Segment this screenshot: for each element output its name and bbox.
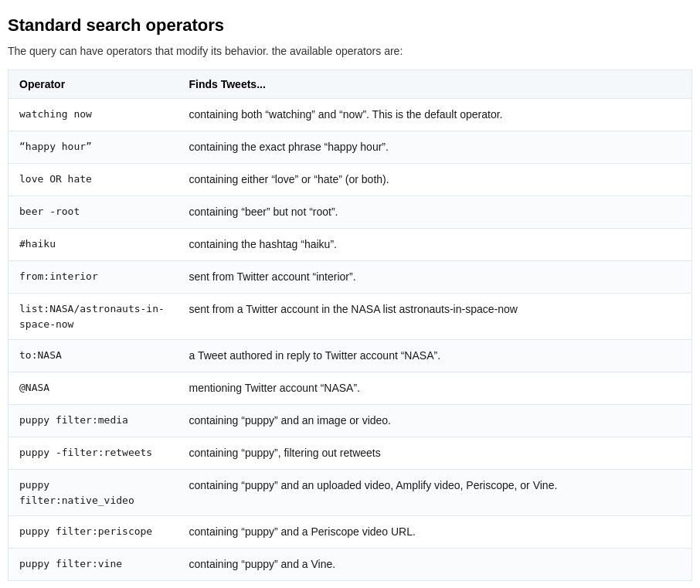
table-row: beer -rootcontaining “beer” but not “roo… [8,196,692,229]
operator-cell: “happy hour” [8,131,178,164]
operator-cell: to:NASA [8,340,178,372]
operator-cell: @NASA [8,372,178,405]
description-cell: containing “puppy”, filtering out retwee… [178,437,692,470]
operator-cell: #haiku [8,229,178,261]
description-cell: containing either “love” or “hate” (or b… [178,164,692,196]
description-cell: sent from Twitter account “interior”. [178,261,692,294]
operator-cell: from:interior [8,261,178,294]
operator-cell: puppy filter:vine [8,549,178,581]
description-cell: containing both “watching” and “now”. Th… [178,99,692,131]
description-cell: sent from a Twitter account in the NASA … [178,294,692,340]
description-cell: containing “puppy” and a Periscope video… [178,516,692,549]
table-row: puppy filter:periscopecontaining “puppy”… [8,516,692,549]
operator-cell: puppy filter:media [8,405,178,437]
operator-cell: love OR hate [8,164,178,196]
description-cell: containing “puppy” and an uploaded video… [178,470,692,516]
column-header-operator: Operator [8,70,178,99]
table-row: @NASAmentioning Twitter account “NASA”. [8,372,692,405]
table-row: from:interiorsent from Twitter account “… [8,261,692,294]
table-row: “happy hour”containing the exact phrase … [8,131,692,164]
table-row: puppy filter:mediacontaining “puppy” and… [8,405,692,437]
operator-cell: list:NASA/astronauts-in-space-now [8,294,178,340]
description-cell: containing the exact phrase “happy hour”… [178,131,692,164]
operators-table: Operator Finds Tweets... watching nowcon… [8,70,692,581]
operator-cell: puppy filter:periscope [8,516,178,549]
description-cell: containing “puppy” and an image or video… [178,405,692,437]
description-cell: mentioning Twitter account “NASA”. [178,372,692,405]
description-cell: containing the hashtag “haiku”. [178,229,692,261]
operator-cell: puppy -filter:retweets [8,437,178,470]
column-header-finds-tweets: Finds Tweets... [178,70,692,99]
intro-text: The query can have operators that modify… [8,45,692,57]
page-title: Standard search operators [8,15,692,36]
description-cell: containing “beer” but not “root”. [178,196,692,229]
table-row: list:NASA/astronauts-in-space-nowsent fr… [8,294,692,340]
table-row: puppy filter:native_videocontaining “pup… [8,470,692,516]
table-row: #haikucontaining the hashtag “haiku”. [8,229,692,261]
description-cell: a Tweet authored in reply to Twitter acc… [178,340,692,372]
table-row: love OR hatecontaining either “love” or … [8,164,692,196]
description-cell: containing “puppy” and a Vine. [178,549,692,581]
table-row: puppy filter:vinecontaining “puppy” and … [8,549,692,581]
table-row: watching nowcontaining both “watching” a… [8,99,692,131]
table-row: puppy -filter:retweetscontaining “puppy”… [8,437,692,470]
operator-cell: beer -root [8,196,178,229]
operator-cell: puppy filter:native_video [8,470,178,516]
table-header-row: Operator Finds Tweets... [8,70,692,99]
table-row: to:NASAa Tweet authored in reply to Twit… [8,340,692,372]
operator-cell: watching now [8,99,178,131]
